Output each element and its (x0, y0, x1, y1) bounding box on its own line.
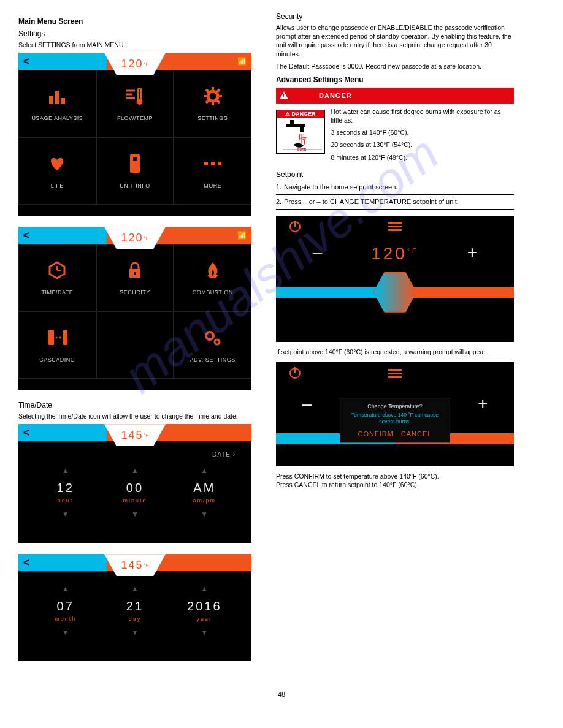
menu-label: FLOW/TEMP (117, 115, 153, 121)
topbar-temp: 120 (121, 58, 143, 70)
menu-label: COMBUSTION (193, 289, 233, 295)
down-arrow-icon[interactable]: ▼ (38, 628, 93, 637)
settings-grid: TIME/DATE SECURITY COMBUSTION CASCADING (18, 244, 251, 379)
down-arrow-icon[interactable]: ▼ (177, 510, 232, 518)
back-area[interactable]: < (18, 227, 107, 244)
menu-unit-info[interactable]: UNIT INFO (96, 137, 174, 205)
svg-line-12 (217, 89, 220, 92)
topbar-unit: °F (144, 235, 148, 241)
exposure-3: 8 minutes at 120°F (49°C). (331, 153, 514, 162)
menu-label: MORE (204, 183, 221, 189)
day-label: day (107, 616, 163, 622)
down-arrow-icon[interactable]: ▼ (107, 628, 163, 637)
panel-footer (18, 379, 251, 390)
cancel-button[interactable]: CANCEL (401, 430, 432, 438)
up-arrow-icon[interactable]: ▲ (38, 466, 93, 475)
setpoint-panel: – 120°F + (276, 216, 514, 342)
menu-combustion[interactable]: COMBUSTION (174, 244, 251, 311)
unit-icon (124, 153, 145, 174)
time-panel: < 145°F DATE › ▲ ▲ ▲ 12hour 00minute AMa… (18, 424, 251, 543)
power-icon[interactable] (289, 368, 301, 379)
menu-adv-settings[interactable]: ADV. SETTINGS (174, 311, 251, 379)
up-arrow-icon[interactable]: ▲ (107, 585, 163, 593)
menu-label: CASCADING (39, 357, 75, 363)
menu-security[interactable]: SECURITY (96, 244, 174, 311)
month-label: month (38, 616, 93, 622)
hamburger-icon[interactable] (388, 369, 402, 378)
back-icon: < (23, 229, 30, 242)
panel-footer (18, 205, 251, 216)
date-panel: < 145°F ▲ ▲ ▲ 07month 21day 2016year ▼ ▼ (18, 554, 251, 661)
svg-point-4 (136, 99, 142, 105)
back-area[interactable]: < (18, 53, 107, 70)
plus-button[interactable]: + (478, 394, 488, 414)
power-icon[interactable] (289, 221, 301, 232)
svg-rect-23 (134, 272, 136, 275)
svg-line-13 (206, 100, 209, 103)
svg-point-29 (215, 339, 220, 344)
svg-rect-25 (63, 330, 67, 345)
up-arrow-icon[interactable]: ▲ (177, 466, 232, 475)
minute-label: minute (107, 498, 163, 504)
danger-sign-body: HOT BURN (277, 118, 324, 153)
settings-subhead: Settings (18, 29, 251, 38)
menu-time-date[interactable]: TIME/DATE (18, 244, 96, 311)
up-arrow-icon[interactable]: ▲ (107, 466, 163, 475)
minus-button[interactable]: – (313, 243, 323, 262)
menu-flow-temp[interactable]: FLOW/TEMP (96, 70, 174, 137)
up-arrow-icon[interactable]: ▲ (177, 585, 232, 593)
right-column: Security Allows user to change passcode … (276, 12, 514, 672)
lock-icon (124, 260, 145, 281)
back-area[interactable]: < (18, 424, 107, 441)
left-column: Main Menu Screen Settings Select SETTING… (18, 12, 251, 672)
bars-icon (47, 86, 67, 107)
cascade-icon (47, 327, 67, 348)
confirm-button[interactable]: CONFIRM (358, 430, 394, 438)
menu-settings[interactable]: SETTINGS (174, 70, 251, 137)
hour-label: hour (38, 498, 93, 504)
exposure-1: 3 seconds at 140°F (60°C). (331, 128, 514, 137)
menu-life[interactable]: LIFE (18, 137, 96, 205)
faucet-burn-icon: HOT BURN (282, 120, 323, 152)
danger-label: DANGER (319, 92, 352, 99)
up-arrow-icon[interactable]: ▲ (38, 585, 93, 593)
gears-icon (202, 327, 223, 348)
menu-label: SECURITY (120, 289, 150, 295)
plus-button[interactable]: + (467, 243, 477, 262)
menu-empty (96, 311, 174, 379)
page-number: 48 (18, 691, 545, 698)
flowtemp-icon (124, 86, 145, 107)
day-value: 21 (107, 599, 163, 613)
topbar: < 145°F (18, 554, 251, 571)
menu-usage-analysis[interactable]: USAGE ANALYSIS (18, 70, 96, 137)
menu-label: TIME/DATE (41, 289, 73, 295)
svg-rect-0 (49, 96, 53, 104)
menu-cascading[interactable]: CASCADING (18, 311, 96, 379)
menu-label: LIFE (51, 183, 64, 189)
topbar: < 145°F (18, 424, 251, 441)
topbar-unit: °F (144, 563, 148, 568)
hamburger-icon[interactable] (388, 222, 402, 231)
timedate-desc: Selecting the Time/Date icon will allow … (18, 412, 251, 420)
back-icon: < (23, 427, 30, 439)
instruction-1: 1. Navigate to the home setpoint screen. (276, 181, 514, 195)
svg-rect-24 (48, 330, 54, 345)
menu-more[interactable]: MORE (174, 137, 251, 205)
down-arrow-icon[interactable]: ▼ (38, 510, 93, 518)
down-arrow-icon[interactable]: ▼ (107, 510, 163, 518)
adv-settings-header: Advanced Settings Menu (276, 75, 514, 84)
danger-sign: ⚠ DANGER HOT BURN (276, 110, 325, 154)
danger-bar: DANGER (276, 88, 514, 104)
svg-point-27 (59, 337, 61, 339)
down-arrow-icon[interactable]: ▼ (177, 628, 232, 637)
instruction-2: 2. Press + or – to CHANGE TEMPERATURE se… (276, 196, 514, 210)
menu-label: USAGE ANALYSIS (31, 115, 83, 121)
security-text2: The Default Passcode is 0000. Record new… (276, 62, 514, 70)
flame-icon (202, 260, 223, 281)
hour-value: 12 (38, 481, 93, 495)
back-area[interactable]: < (18, 554, 107, 571)
svg-rect-18 (218, 162, 221, 165)
date-link[interactable]: DATE › (31, 449, 239, 460)
minus-button[interactable]: – (302, 394, 312, 414)
topbar-unit: °F (144, 61, 148, 67)
